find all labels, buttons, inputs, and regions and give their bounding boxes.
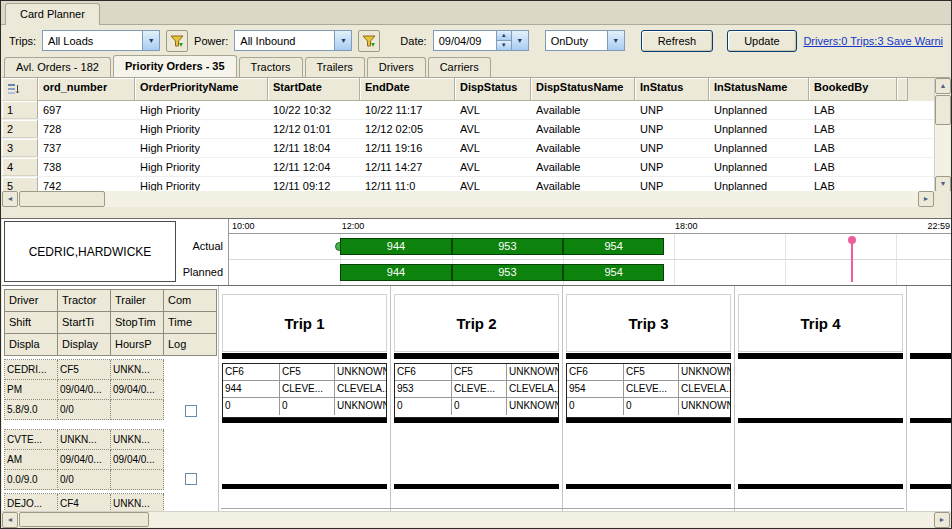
driver-cell: PM <box>5 380 58 400</box>
column-header-start-date[interactable]: StartDate <box>268 78 360 101</box>
field-button-time[interactable]: Time <box>164 312 217 334</box>
scroll-left-icon[interactable]: ◄ <box>2 512 18 528</box>
chevron-down-icon[interactable]: ▼ <box>607 31 624 50</box>
column-header-ord-number[interactable]: ord_number <box>38 78 135 101</box>
grid-vscroll-thumb[interactable] <box>935 95 951 125</box>
scroll-right-icon[interactable]: ► <box>934 512 950 528</box>
board-hscroll-thumb[interactable] <box>19 512 149 527</box>
trip-cell: CLEVE... <box>624 381 679 398</box>
field-button-shift[interactable]: Shift <box>5 312 58 334</box>
update-button[interactable]: Update <box>727 30 796 52</box>
cell-disp-status: AVL <box>455 139 531 157</box>
timeline-band: 10:00 12:00 18:00 22:59 944 953 954 944 … <box>228 219 952 285</box>
column-header-in-status-name[interactable]: InStatusName <box>709 78 809 101</box>
trip-header[interactable]: Trip 1 <box>222 294 387 352</box>
scroll-right-icon[interactable]: ► <box>918 191 934 207</box>
trip-header[interactable]: Trip 4 <box>738 294 903 352</box>
tab-priority-orders[interactable]: Priority Orders - 35 <box>113 55 237 77</box>
actual-trip-bar[interactable]: 953 <box>452 238 563 255</box>
column-header-disp-status[interactable]: DispStatus <box>455 78 531 101</box>
grid-vertical-scrollbar[interactable]: ▲ ▼ <box>934 78 950 192</box>
board-horizontal-scrollbar[interactable]: ◄ ► <box>2 511 950 527</box>
scroll-left-icon[interactable]: ◄ <box>2 191 18 207</box>
trips-dropdown-value: All Loads <box>43 35 142 47</box>
spin-down-icon[interactable]: ▼ <box>497 40 511 50</box>
planned-trip-bar[interactable]: 953 <box>452 264 563 281</box>
grid-horizontal-scrollbar[interactable]: ◄ ► <box>2 191 934 207</box>
field-button-com[interactable]: Com <box>164 290 217 312</box>
column-header-disp-status-name[interactable]: DispStatusName <box>531 78 635 101</box>
row-number-cell[interactable]: 2 <box>2 120 38 138</box>
planned-trip-bar[interactable]: 954 <box>563 264 664 281</box>
trips-label: Trips: <box>9 35 36 47</box>
driver-card[interactable]: CVTE... UNKN... UNKN... AM 09/04/0... 09… <box>4 429 216 490</box>
column-header-booked-by[interactable]: BookedBy <box>809 78 897 101</box>
trip-header[interactable]: Trip 3 <box>566 294 731 352</box>
date-spinner[interactable]: ▲ ▼ <box>496 31 511 50</box>
duty-status-dropdown[interactable]: OnDuty ▼ <box>545 30 625 51</box>
row-number-cell[interactable]: 5 <box>2 177 38 192</box>
trip-card[interactable]: CF6 CF5 UNKNOWN 953 CLEVE... CLEVELA... … <box>394 363 559 418</box>
chevron-down-icon[interactable]: ▼ <box>334 31 351 50</box>
scroll-down-icon[interactable]: ▼ <box>935 176 951 192</box>
driver-card[interactable]: DEJO... CF4 UNKN... <box>4 493 216 512</box>
grid-corner-button[interactable] <box>2 78 38 101</box>
driver-cell: UNKN... <box>111 360 164 380</box>
tab-drivers[interactable]: Drivers <box>367 57 426 77</box>
cell-disp-status: AVL <box>455 120 531 138</box>
driver-card[interactable]: CEDRI... CF5 UNKN... PM 09/04/0... 09/04… <box>4 359 216 420</box>
driver-checkbox[interactable] <box>185 405 197 417</box>
tab-carriers[interactable]: Carriers <box>428 57 491 77</box>
driver-checkbox[interactable] <box>185 473 197 485</box>
chevron-down-icon[interactable]: ▼ <box>142 31 159 50</box>
trips-filter-button[interactable] <box>166 30 188 52</box>
field-button-hours[interactable]: HoursP <box>111 334 164 356</box>
trip-header[interactable]: Trip 2 <box>394 294 559 352</box>
column-header-end-date[interactable]: EndDate <box>360 78 455 101</box>
cell-booked-by: LAB <box>809 139 897 157</box>
order-row[interactable]: 2 728 High Priority 12/12 01:01 12/12 02… <box>2 120 934 139</box>
field-button-display2[interactable]: Display <box>58 334 111 356</box>
actual-trip-bar[interactable]: 944 <box>340 238 451 255</box>
order-row[interactable]: 4 738 High Priority 12/11 12:04 12/11 14… <box>2 158 934 177</box>
trip-cell: CLEVE... <box>280 381 335 398</box>
column-header-in-status[interactable]: InStatus <box>635 78 709 101</box>
field-button-log[interactable]: Log <box>164 334 217 356</box>
trips-dropdown[interactable]: All Loads ▼ <box>42 30 160 51</box>
driver-name-box[interactable]: CEDRIC,HARDWICKE <box>4 221 176 282</box>
field-button-display[interactable]: Displa <box>5 334 58 356</box>
spin-up-icon[interactable]: ▲ <box>497 31 511 40</box>
field-button-tractor[interactable]: Tractor <box>58 290 111 312</box>
order-row[interactable]: 1 697 High Priority 10/22 10:32 10/22 11… <box>2 101 934 120</box>
row-number-cell[interactable]: 3 <box>2 139 38 157</box>
power-dropdown[interactable]: All Inbound ▼ <box>234 30 352 51</box>
tab-avl-orders[interactable]: Avl. Orders - 182 <box>4 57 111 77</box>
trip-card[interactable]: CF6 CF5 UNKNOWN 954 CLEVE... CLEVELA... … <box>566 363 731 418</box>
field-button-stop-time[interactable]: StopTim <box>111 312 164 334</box>
planned-trip-bar[interactable]: 944 <box>340 264 451 281</box>
window-tab-card-planner[interactable]: Card Planner <box>5 3 100 25</box>
actual-trip-bar[interactable]: 954 <box>563 238 664 255</box>
order-row[interactable]: 3 737 High Priority 12/11 18:04 12/11 19… <box>2 139 934 158</box>
scroll-up-icon[interactable]: ▲ <box>935 78 951 94</box>
save-warnings-link[interactable]: Drivers:0 Trips:3 Save Warni <box>803 35 943 47</box>
field-button-trailer[interactable]: Trailer <box>111 290 164 312</box>
field-button-driver[interactable]: Driver <box>5 290 58 312</box>
trip-title: Trip 3 <box>628 315 668 332</box>
sort-icon <box>7 82 20 95</box>
driver-cell: CF4 <box>58 494 111 512</box>
field-button-start-time[interactable]: StartTi <box>58 312 111 334</box>
cell-end-date: 10/22 11:17 <box>360 101 455 119</box>
grid-hscroll-thumb[interactable] <box>19 191 105 207</box>
trip-card[interactable]: CF6 CF5 UNKNOWN 944 CLEVE... CLEVELA... … <box>222 363 387 418</box>
power-filter-button[interactable] <box>358 30 380 52</box>
tab-tractors[interactable]: Tractors <box>239 57 303 77</box>
row-number-cell[interactable]: 4 <box>2 158 38 176</box>
row-number-cell[interactable]: 1 <box>2 101 38 119</box>
order-row[interactable]: 5 742 High Priority 12/11 09:12 12/11 11… <box>2 177 934 192</box>
chevron-down-icon[interactable]: ▼ <box>511 31 528 50</box>
refresh-button[interactable]: Refresh <box>641 30 714 52</box>
tab-trailers[interactable]: Trailers <box>305 57 365 77</box>
column-header-order-priority-name[interactable]: OrderPriorityName <box>135 78 268 101</box>
date-input[interactable]: 09/04/09 ▲ ▼ ▼ <box>433 30 529 51</box>
